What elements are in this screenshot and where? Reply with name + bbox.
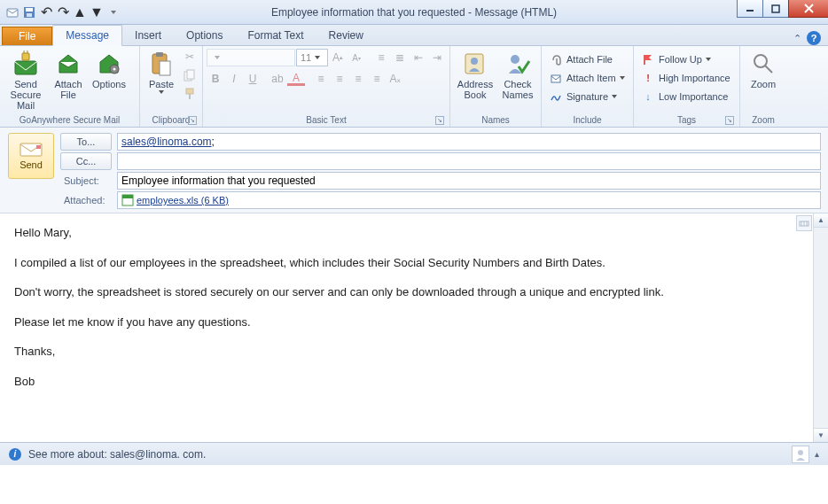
- ribbon-tabs: File Message Insert Options Format Text …: [0, 25, 828, 46]
- group-tags: Follow Up ! High Importance ↓ Low Import…: [634, 46, 740, 127]
- redo-icon[interactable]: ↷: [56, 5, 70, 19]
- xls-icon: [121, 194, 134, 206]
- numbering-icon[interactable]: ≣: [391, 49, 409, 66]
- group-zoom: Zoom Zoom: [740, 46, 786, 127]
- attachment-chip[interactable]: employees.xls (6 KB): [121, 194, 229, 206]
- attach-item-button[interactable]: Attach Item: [545, 70, 629, 86]
- send-secure-mail-button[interactable]: Send Secure Mail: [4, 48, 48, 112]
- clear-formatting-icon[interactable]: Aₓ: [387, 70, 404, 88]
- attach-file-button[interactable]: Attach File: [545, 51, 629, 67]
- app-icon: [5, 5, 20, 19]
- collapse-ribbon-icon[interactable]: ⌃: [793, 33, 801, 44]
- tab-review[interactable]: Review: [316, 26, 376, 45]
- group-label-names: Names: [454, 114, 537, 127]
- subject-label: Subject:: [60, 175, 112, 186]
- send-envelope-icon: [19, 142, 43, 158]
- grow-font-icon[interactable]: A▴: [329, 49, 347, 66]
- qat-more-icon[interactable]: [106, 5, 121, 19]
- align-left-icon[interactable]: ≡: [312, 70, 330, 88]
- format-painter-icon[interactable]: [181, 85, 199, 103]
- send-button[interactable]: Send: [8, 133, 54, 179]
- align-right-icon[interactable]: ≡: [349, 70, 367, 88]
- help-icon[interactable]: ?: [807, 31, 821, 45]
- to-button[interactable]: To...: [60, 133, 112, 151]
- indent-icon[interactable]: ⇥: [428, 49, 446, 66]
- zoom-icon: [749, 50, 777, 78]
- copy-icon[interactable]: [181, 66, 199, 84]
- bold-icon[interactable]: B: [207, 70, 224, 88]
- svg-rect-17: [186, 89, 193, 94]
- undo-icon[interactable]: ↶: [39, 5, 53, 19]
- scroll-down-icon[interactable]: ▼: [814, 428, 828, 442]
- svg-rect-13: [156, 52, 163, 57]
- group-label-include: Include: [545, 114, 629, 127]
- body-line: Don't worry, the spreadsheet is stored s…: [14, 283, 814, 301]
- subject-field[interactable]: Employee information that you requested: [117, 172, 821, 190]
- basic-text-launcher-icon[interactable]: ↘: [435, 116, 444, 125]
- close-button[interactable]: [788, 0, 828, 18]
- save-icon[interactable]: [22, 5, 36, 19]
- signature-button[interactable]: Signature: [545, 89, 629, 105]
- svg-point-20: [471, 58, 478, 65]
- people-pane-toggle-icon[interactable]: ▴: [815, 449, 819, 459]
- underline-icon[interactable]: U: [244, 70, 262, 88]
- ruler-toggle-icon[interactable]: [796, 215, 812, 231]
- body-scrollbar[interactable]: ▲ ▼: [813, 213, 828, 442]
- address-book-label: Address Book: [456, 79, 495, 100]
- low-importance-button[interactable]: ↓ Low Importance: [637, 89, 734, 105]
- address-book-button[interactable]: Address Book: [454, 48, 496, 102]
- contact-photo-icon[interactable]: [792, 446, 809, 463]
- zoom-label: Zoom: [751, 79, 776, 89]
- italic-icon[interactable]: I: [225, 70, 243, 88]
- status-text[interactable]: See more about: sales@linoma. com.: [28, 448, 206, 461]
- body-line: I compiled a list of our employees in th…: [14, 254, 814, 272]
- cut-icon[interactable]: ✂: [181, 48, 199, 66]
- options-secure-button[interactable]: Options: [89, 48, 129, 91]
- options-secure-label: Options: [92, 79, 126, 89]
- group-basic-text: 11 A▴ A▾ ≡ ≣ ⇤ ⇥ B I U ab A ≡ ≡ ≡ ≡: [203, 46, 450, 127]
- minimize-button[interactable]: [737, 0, 763, 18]
- attach-file-secure-button[interactable]: Attach File: [50, 48, 87, 102]
- font-size-combo[interactable]: 11: [296, 49, 328, 66]
- tab-insert[interactable]: Insert: [122, 26, 174, 45]
- line-spacing-icon[interactable]: ≡: [368, 70, 386, 88]
- tab-options[interactable]: Options: [174, 26, 235, 45]
- outdent-icon[interactable]: ⇤: [410, 49, 427, 66]
- body-line: Thanks,: [14, 343, 814, 361]
- check-names-button[interactable]: Check Names: [498, 48, 537, 102]
- group-goanywhere: Send Secure Mail Attach File Options GoA…: [0, 46, 140, 127]
- follow-up-button[interactable]: Follow Up: [637, 51, 734, 67]
- scroll-up-icon[interactable]: ▲: [814, 213, 828, 228]
- svg-rect-22: [551, 75, 560, 82]
- svg-rect-9: [22, 53, 29, 60]
- tab-format-text[interactable]: Format Text: [235, 26, 316, 45]
- to-field[interactable]: sales@linoma.com;: [117, 133, 821, 151]
- paste-dropdown-icon[interactable]: [159, 90, 164, 94]
- message-body[interactable]: Hello Mary, I compiled a list of our emp…: [0, 213, 828, 442]
- attached-field[interactable]: employees.xls (6 KB): [117, 191, 821, 209]
- envelope-open-icon: [54, 50, 82, 78]
- cc-field[interactable]: [117, 152, 821, 170]
- paste-button[interactable]: Paste: [144, 48, 179, 96]
- bullets-icon[interactable]: ≡: [372, 49, 390, 66]
- group-include: Attach File Attach Item Signature: [542, 46, 634, 127]
- cc-button[interactable]: Cc...: [60, 152, 112, 170]
- svg-point-11: [113, 68, 116, 71]
- send-secure-label: Send Secure Mail: [5, 79, 46, 111]
- clipboard-launcher-icon[interactable]: ↘: [188, 116, 197, 125]
- tab-message[interactable]: Message: [52, 25, 122, 46]
- check-names-label: Check Names: [500, 79, 535, 100]
- zoom-button[interactable]: Zoom: [744, 48, 783, 91]
- font-family-combo[interactable]: [207, 49, 295, 66]
- tags-launcher-icon[interactable]: ↘: [725, 116, 734, 125]
- font-color-icon[interactable]: A: [287, 72, 305, 86]
- tab-file[interactable]: File: [2, 27, 52, 45]
- svg-rect-8: [15, 61, 36, 74]
- shrink-font-icon[interactable]: A▾: [348, 49, 365, 66]
- high-importance-button[interactable]: ! High Importance: [637, 70, 734, 86]
- group-label-clipboard: Clipboard↘: [144, 114, 199, 127]
- maximize-button[interactable]: [762, 0, 789, 18]
- highlight-icon[interactable]: ab: [269, 70, 286, 88]
- attach-item-icon: [549, 71, 563, 85]
- align-center-icon[interactable]: ≡: [331, 70, 348, 88]
